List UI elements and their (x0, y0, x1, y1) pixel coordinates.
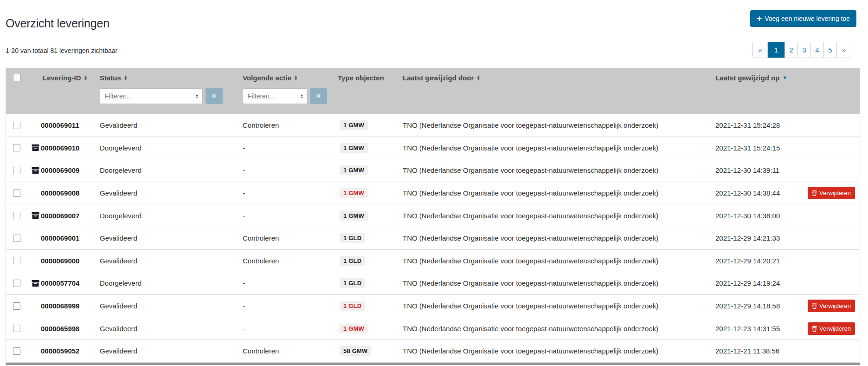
column-header-status: Status ▲▼ (100, 74, 128, 82)
pagination-page-4[interactable]: 4 (810, 42, 823, 58)
laatst-gewijzigd-op: 2021-12-29 14:21:33 (714, 234, 804, 242)
table-row: 0000069001 Gevalideerd Controleren 1 GLD… (6, 227, 860, 250)
row-checkbox[interactable] (13, 122, 20, 129)
sort-desc-icon[interactable]: ▼ (782, 75, 787, 80)
verwijderen-button[interactable]: Verwijderen (808, 187, 855, 199)
status-filter-select[interactable]: Filteren... ▲▼ (100, 88, 203, 104)
row-checkbox[interactable] (13, 325, 20, 332)
sort-icon[interactable]: ▲▼ (294, 75, 298, 81)
laatst-gewijzigd-door: TNO (Nederlandse Organisatie voor toegep… (401, 347, 714, 355)
volgende-actie-value: - (242, 279, 337, 287)
row-checkbox[interactable] (13, 280, 20, 287)
clear-icon: × (212, 92, 217, 101)
column-header-laatst-gewijzigd-op: Laatst gewijzigd op ▼ (715, 74, 787, 82)
verwijderen-button-label: Verwijderen (819, 190, 851, 196)
page-title: Overzicht leveringen (6, 16, 109, 30)
sort-icon[interactable]: ▲▼ (124, 75, 128, 81)
type-objecten-badge: 1 GLD (340, 301, 365, 311)
row-checkbox[interactable] (13, 144, 20, 151)
levering-id: 0000057704 (40, 279, 99, 287)
laatst-gewijzigd-door: TNO (Nederlandse Organisatie voor toegep… (401, 257, 714, 265)
laatst-gewijzigd-op: 2021-12-30 14:38:44 (714, 189, 804, 197)
volgende-actie-value: Controleren (242, 347, 337, 355)
levering-id: 0000069001 (40, 234, 99, 242)
status-filter-clear-button[interactable]: × (206, 88, 223, 104)
add-delivery-button[interactable]: + Voeg een nieuwe levering toe (750, 10, 856, 27)
table-row: 0000069000 Gevalideerd Controleren 1 GLD… (6, 250, 860, 273)
laatst-gewijzigd-door: TNO (Nederlandse Organisatie voor toegep… (401, 302, 714, 310)
table-row: 0000059052 Gevalideerd Controleren 58 GM… (6, 340, 860, 363)
table-row: 0000057704 Doorgeleverd - 1 GLD TNO (Ned… (6, 272, 860, 295)
verwijderen-button-label: Verwijderen (819, 325, 851, 332)
trash-icon (812, 303, 817, 309)
results-count-text: 1-20 van totaal 81 leveringen zichtbaar (6, 47, 117, 54)
deliveries-overview-page: Overzicht leveringen + Voeg een nieuwe l… (0, 0, 868, 366)
select-arrows-icon: ▲▼ (300, 94, 303, 98)
pagination-page-2[interactable]: 2 (784, 42, 797, 58)
select-arrows-icon: ▲▼ (195, 94, 199, 98)
laatst-gewijzigd-door: TNO (Nederlandse Organisatie voor toegep… (401, 325, 714, 333)
laatst-gewijzigd-op: 2021-12-31 15:24:28 (714, 121, 804, 129)
archive-icon (32, 145, 39, 151)
volgende-actie-value: - (242, 166, 337, 174)
type-objecten-badge: 1 GMW (340, 143, 368, 153)
laatst-gewijzigd-door: TNO (Nederlandse Organisatie voor toegep… (401, 144, 714, 152)
table-row: 0000065998 Gevalideerd - 1 GMW TNO (Nede… (6, 317, 860, 340)
pagination-prev-button[interactable]: « (753, 42, 767, 58)
volgende-actie-value: - (242, 212, 337, 220)
sort-icon[interactable]: ▲▼ (476, 75, 480, 81)
table-body: 0000069011 Gevalideerd Controleren 1 GMW… (6, 114, 860, 363)
pagination-next-button[interactable]: » (836, 42, 851, 58)
levering-id: 0000068999 (40, 302, 99, 310)
archive-icon (32, 213, 39, 219)
laatst-gewijzigd-op: 2021-12-23 14:31:55 (714, 325, 804, 333)
volgende-actie-value: - (242, 302, 337, 310)
status-value: Gevalideerd (99, 325, 242, 333)
row-checkbox[interactable] (13, 235, 20, 242)
levering-id: 0000059052 (40, 347, 99, 355)
table-row: 0000068999 Gevalideerd - 1 GLD TNO (Nede… (6, 295, 860, 318)
type-objecten-badge: 1 GMW (340, 211, 368, 221)
laatst-gewijzigd-op: 2021-12-29 14:18:58 (714, 302, 804, 310)
verwijderen-button[interactable]: Verwijderen (808, 300, 855, 312)
table-header: Levering-ID ▲▼ Status ▲▼ Volgende actie … (6, 68, 860, 114)
volgende-actie-filter-select[interactable]: Filteren... ▲▼ (243, 88, 308, 104)
type-objecten-badge: 1 GMW (340, 165, 368, 175)
laatst-gewijzigd-op: 2021-12-21 11:38:56 (714, 347, 804, 355)
sort-icon[interactable]: ▲▼ (84, 75, 88, 81)
row-checkbox[interactable] (13, 302, 20, 310)
deliveries-table: Levering-ID ▲▼ Status ▲▼ Volgende actie … (6, 68, 860, 365)
row-checkbox[interactable] (13, 190, 20, 197)
type-objecten-badge: 58 GMW (340, 346, 371, 356)
clear-icon: × (316, 92, 321, 101)
status-value: Gevalideerd (99, 234, 242, 242)
pagination-page-5[interactable]: 5 (823, 42, 836, 58)
type-objecten-badge: 1 GLD (340, 278, 365, 288)
laatst-gewijzigd-op: 2021-12-30 14:38:00 (714, 212, 804, 220)
status-value: Gevalideerd (99, 347, 242, 355)
row-checkbox[interactable] (13, 347, 20, 355)
add-delivery-button-label: Voeg een nieuwe levering toe (765, 15, 850, 22)
volgende-actie-filter-clear-button[interactable]: × (310, 88, 327, 104)
type-objecten-badge: 1 GLD (340, 256, 365, 266)
archive-icon (32, 168, 39, 174)
status-value: Gevalideerd (99, 257, 242, 265)
table-row: 0000069011 Gevalideerd Controleren 1 GMW… (6, 114, 860, 137)
pagination-page-1[interactable]: 1 (767, 42, 784, 58)
type-objecten-badge: 1 GMW (340, 324, 368, 333)
plus-icon: + (757, 14, 762, 23)
volgende-actie-value: - (242, 325, 337, 333)
row-checkbox[interactable] (13, 257, 20, 264)
levering-id: 0000069011 (40, 121, 99, 129)
pagination-page-3[interactable]: 3 (797, 42, 810, 58)
column-header-levering-id: Levering-ID ▲▼ (43, 74, 87, 82)
volgende-actie-value: - (242, 189, 337, 197)
volgende-actie-value: Controleren (242, 234, 337, 242)
row-checkbox[interactable] (13, 212, 20, 219)
status-value: Gevalideerd (99, 302, 242, 310)
verwijderen-button[interactable]: Verwijderen (808, 322, 855, 335)
column-header-volgende-actie: Volgende actie ▲▼ (243, 74, 298, 82)
select-all-checkbox[interactable] (13, 74, 20, 81)
row-checkbox[interactable] (13, 167, 20, 174)
table-row: 0000069007 Doorgeleverd - 1 GMW TNO (Ned… (6, 204, 860, 227)
